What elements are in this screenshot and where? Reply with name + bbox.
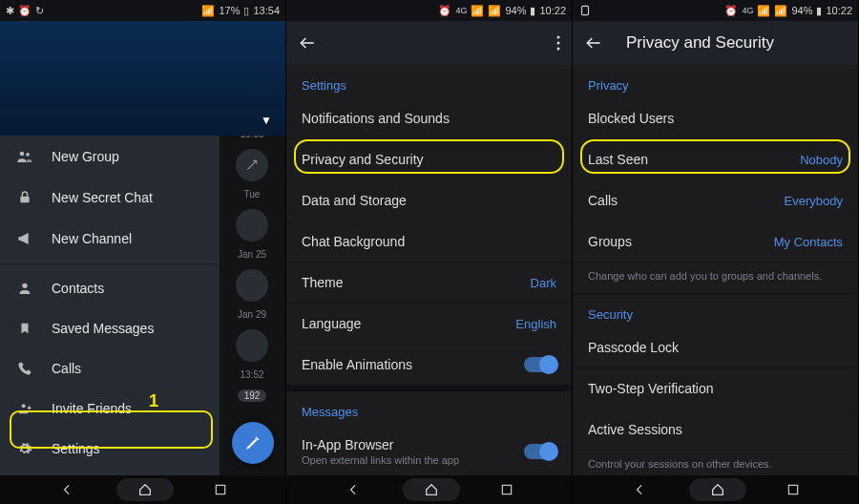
lock-icon (15, 190, 34, 205)
megaphone-icon (15, 230, 34, 247)
svg-rect-9 (216, 485, 224, 494)
back-nav-icon[interactable] (632, 483, 649, 496)
row-animations[interactable]: Enable Animations (286, 345, 572, 386)
back-nav-icon[interactable] (346, 483, 363, 496)
row-inapp-browser[interactable]: In-App Browser Open external links withi… (286, 425, 572, 479)
android-nav-bar (0, 475, 285, 504)
divider (0, 263, 220, 264)
screen-privacy: ⏰ 4G 📶 📶 94% ▮ 10:22 Privacy and Securit… (573, 0, 859, 504)
clock-text: 10:22 (826, 5, 852, 16)
row-chat-background[interactable]: Chat Background (286, 221, 572, 262)
alarm-icon: ⏰ (18, 5, 31, 17)
rotate-icon (578, 4, 592, 17)
back-icon[interactable] (584, 33, 605, 52)
bluetooth-icon: ✱ (6, 5, 14, 17)
section-messages: Messages (286, 391, 572, 425)
drawer-calls[interactable]: Calls (0, 348, 220, 388)
back-nav-icon[interactable] (59, 483, 76, 496)
row-label: In-App Browser (302, 437, 524, 452)
row-data-storage[interactable]: Data and Storage (286, 180, 572, 221)
bookmark-icon (15, 321, 34, 336)
drawer-new-channel[interactable]: New Channel (0, 218, 220, 260)
time-label: 13:52 (240, 369, 263, 380)
svg-point-13 (557, 48, 560, 51)
battery-text: 94% (505, 5, 526, 16)
row-value: English (515, 317, 556, 331)
svg-point-11 (557, 36, 560, 39)
drawer-item-label: New Group (52, 149, 119, 164)
row-language[interactable]: Language English (286, 304, 572, 345)
day-label: Tue (244, 189, 261, 200)
signal-icon: 📶 (774, 5, 787, 17)
svg-point-4 (20, 152, 25, 157)
section-security: Security (573, 294, 858, 327)
android-nav-bar (573, 475, 858, 504)
status-bar: ✱ ⏰ ↻ 📶 17% ▯ 13:54 (0, 0, 285, 21)
recent-nav-icon[interactable] (214, 483, 227, 496)
row-blocked-users[interactable]: Blocked Users (573, 98, 858, 139)
back-icon[interactable] (298, 33, 319, 52)
row-theme[interactable]: Theme Dark (286, 262, 572, 304)
annotation-highlight-privacy (294, 139, 564, 174)
row-calls-privacy[interactable]: Calls Everybody (573, 180, 858, 221)
alarm-icon: ⏰ (724, 5, 738, 17)
annotation-highlight-settings (10, 410, 213, 449)
row-label: Two-Step Verification (588, 381, 714, 396)
drawer-saved-messages[interactable]: Saved Messages (0, 308, 220, 348)
row-notifications[interactable]: Notifications and Sounds (286, 98, 572, 139)
row-passcode-lock[interactable]: Passcode Lock (573, 327, 858, 368)
drawer-item-label: New Channel (52, 231, 132, 246)
drawer-header[interactable]: ▼ (0, 21, 285, 136)
battery-text: 17% (219, 5, 240, 16)
row-active-sessions[interactable]: Active Sessions (573, 410, 858, 451)
chat-avatar[interactable] (236, 209, 268, 242)
recent-nav-icon[interactable] (500, 483, 513, 496)
alarm-icon: ⏰ (438, 5, 451, 17)
svg-point-5 (26, 153, 30, 157)
row-label: Theme (302, 275, 344, 290)
row-groups-privacy[interactable]: Groups My Contacts (573, 221, 858, 262)
screen-settings: ⏰ 4G 📶 📶 94% ▮ 10:22 Settings Notificati… (286, 0, 573, 504)
battery-icon: ▮ (530, 5, 535, 17)
row-sublabel: Open external links within the app (302, 454, 524, 466)
svg-rect-17 (788, 485, 797, 494)
svg-rect-15 (582, 6, 589, 14)
status-bar: ⏰ 4G 📶 📶 94% ▮ 10:22 (573, 0, 858, 21)
section-privacy: Privacy (573, 65, 858, 98)
toggle-on-icon[interactable] (524, 357, 556, 372)
drawer-new-secret-chat[interactable]: New Secret Chat (0, 178, 220, 218)
svg-rect-6 (20, 197, 29, 203)
network-icon: 4G (455, 6, 467, 15)
row-value: My Contacts (774, 235, 843, 249)
chat-avatar[interactable] (236, 149, 268, 181)
home-nav-icon[interactable] (116, 478, 174, 501)
compose-fab[interactable] (232, 422, 274, 464)
row-label: Notifications and Sounds (302, 111, 450, 126)
sync-icon: ↻ (35, 5, 44, 17)
home-nav-icon[interactable] (689, 478, 746, 501)
annotation-step-1: 1 (149, 391, 158, 411)
home-nav-icon[interactable] (403, 478, 460, 501)
day-label: Jan 29 (238, 309, 266, 320)
chevron-down-icon[interactable]: ▼ (261, 115, 272, 126)
row-label: Language (302, 316, 361, 331)
toggle-on-icon[interactable] (524, 444, 556, 459)
unread-badge: 192 (238, 389, 267, 402)
row-value: Everybody (785, 194, 843, 208)
phone-icon (15, 361, 34, 376)
svg-point-7 (22, 284, 27, 288)
page-title: Privacy and Security (626, 33, 774, 52)
drawer-item-label: Saved Messages (52, 321, 154, 336)
svg-rect-14 (502, 485, 511, 494)
chat-avatar[interactable] (236, 329, 268, 362)
group-icon (15, 148, 34, 165)
chat-avatar[interactable] (236, 269, 268, 302)
more-icon[interactable] (556, 35, 560, 51)
signal-icon: 📶 (757, 5, 770, 17)
recent-nav-icon[interactable] (786, 483, 800, 496)
battery-text: 94% (791, 5, 812, 16)
row-two-step[interactable]: Two-Step Verification (573, 368, 858, 410)
clock-text: 10:22 (539, 5, 566, 16)
drawer-contacts[interactable]: Contacts (0, 268, 220, 308)
drawer-new-group[interactable]: New Group (0, 136, 220, 178)
